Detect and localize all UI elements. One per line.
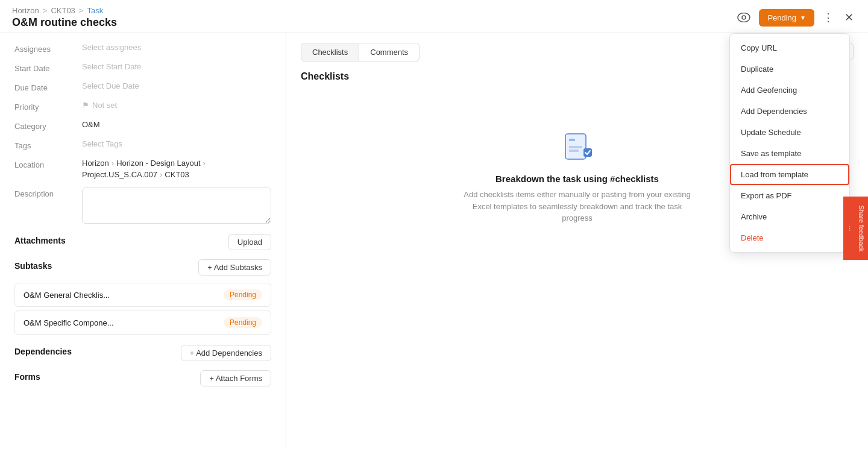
menu-export-pdf[interactable]: Export as PDF — [730, 185, 849, 206]
feedback-label: Share feedback — [858, 205, 865, 251]
pending-label: Pending — [767, 13, 796, 22]
attachments-section-header: Attachments Upload — [14, 232, 271, 251]
location-value: Horizon › Horizon - Design Layout › Proj… — [82, 159, 271, 179]
category-label: Category — [14, 120, 75, 131]
priority-label: Priority — [14, 101, 75, 112]
menu-add-geofencing[interactable]: Add Geofencing — [730, 80, 849, 101]
tab-comments[interactable]: Comments — [359, 43, 420, 61]
breadcrumb: Horizon > CKT03 > Task — [12, 6, 117, 15]
menu-duplicate[interactable]: Duplicate — [730, 58, 849, 80]
location-part-1[interactable]: Horizon — [82, 159, 109, 168]
subtasks-section-header: Subtasks + Add Subtasks — [14, 257, 271, 277]
tags-field: Tags Select Tags — [14, 139, 271, 150]
dependencies-section-header: Dependencies + Add Dependencies — [14, 343, 271, 362]
svg-rect-3 — [569, 146, 582, 148]
feedback-ellipsis: ... — [848, 225, 855, 231]
add-dependencies-button[interactable]: + Add Dependencies — [181, 345, 271, 361]
upload-button[interactable]: Upload — [228, 234, 271, 250]
menu-copy-url[interactable]: Copy URL — [730, 37, 849, 58]
header-left: Horizon > CKT03 > Task O&M routine check… — [12, 6, 117, 29]
attach-forms-button[interactable]: + Attach Forms — [200, 370, 271, 386]
dependencies-title: Dependencies — [14, 347, 72, 356]
dropdown-menu: Copy URL Duplicate Add Geofencing Add De… — [729, 33, 850, 253]
category-value[interactable]: O&M — [82, 120, 271, 129]
subtask-status-2: Pending — [224, 317, 262, 328]
eye-icon — [737, 13, 750, 22]
subtask-item-2[interactable]: O&M Specific Compone... Pending — [14, 310, 271, 335]
subtask-list: O&M General Checklis... Pending O&M Spec… — [14, 283, 271, 335]
page-title: O&M routine checks — [12, 16, 117, 29]
svg-rect-4 — [569, 150, 579, 152]
assignees-value[interactable]: Select assignees — [82, 43, 271, 52]
assignees-field: Assignees Select assignees — [14, 43, 271, 54]
flag-icon: ⚑ — [82, 101, 89, 110]
attachments-title: Attachments — [14, 236, 66, 245]
location-sep-1: › — [112, 159, 114, 168]
location-sep-3: › — [160, 170, 162, 179]
tags-label: Tags — [14, 139, 75, 150]
menu-save-template[interactable]: Save as template — [730, 143, 849, 164]
location-field: Location Horizon › Horizon - Design Layo… — [14, 159, 271, 179]
forms-section-header: Forms + Attach Forms — [14, 368, 271, 388]
tab-checklists[interactable]: Checklists — [301, 43, 359, 61]
subtask-item-1[interactable]: O&M General Checklis... Pending — [14, 283, 271, 307]
empty-title: Breakdown the task using #checklists — [495, 174, 659, 184]
subtask-name-1: O&M General Checklis... — [24, 291, 110, 300]
description-input[interactable] — [82, 188, 271, 224]
subtask-status-1: Pending — [224, 289, 262, 300]
location-part-4[interactable]: CKT03 — [165, 170, 189, 179]
menu-archive[interactable]: Archive — [730, 206, 849, 227]
checklist-icon — [561, 130, 594, 164]
location-label: Location — [14, 159, 75, 169]
svg-point-1 — [742, 16, 746, 19]
tags-value[interactable]: Select Tags — [82, 139, 271, 148]
location-sep-2: › — [203, 159, 206, 168]
feedback-tab[interactable]: ✏ Share feedback ... — [843, 197, 868, 260]
empty-desc: Add checklists items either manually or … — [457, 189, 698, 224]
left-panel: Assignees Select assignees Start Date Se… — [0, 33, 286, 449]
category-field: Category O&M — [14, 120, 271, 131]
start-date-label: Start Date — [14, 62, 75, 73]
svg-rect-6 — [569, 139, 575, 141]
forms-title: Forms — [14, 372, 40, 382]
description-field: Description — [14, 188, 271, 224]
assignees-label: Assignees — [14, 43, 75, 54]
menu-update-schedule[interactable]: Update Schedule — [730, 122, 849, 143]
menu-add-dependencies[interactable]: Add Dependencies — [730, 101, 849, 122]
breadcrumb-task[interactable]: Task — [87, 6, 103, 15]
breadcrumb-horizon[interactable]: Horizon — [12, 6, 39, 15]
pending-button[interactable]: Pending ▼ — [759, 9, 814, 27]
breadcrumb-ckt03[interactable]: CKT03 — [51, 6, 75, 15]
menu-delete[interactable]: Delete — [730, 227, 849, 248]
close-button[interactable]: ✕ — [842, 8, 856, 27]
priority-field: Priority ⚑ Not set — [14, 101, 271, 112]
subtasks-title: Subtasks — [14, 261, 52, 271]
start-date-field: Start Date Select Start Date — [14, 62, 271, 73]
page-header: Horizon > CKT03 > Task O&M routine check… — [0, 0, 868, 33]
header-right: Pending ▼ ⋮ ✕ — [735, 8, 856, 27]
priority-value[interactable]: ⚑ Not set — [82, 101, 117, 110]
svg-point-0 — [738, 13, 750, 22]
location-part-2[interactable]: Horizon - Design Layout — [116, 159, 200, 168]
eye-button[interactable] — [735, 10, 753, 25]
description-label: Description — [14, 188, 75, 198]
menu-load-template[interactable]: Load from template — [730, 164, 849, 185]
location-part-3[interactable]: Project.US_S.CA.007 — [82, 170, 157, 179]
subtask-name-2: O&M Specific Compone... — [24, 318, 114, 327]
start-date-value[interactable]: Select Start Date — [82, 62, 271, 71]
add-subtasks-button[interactable]: + Add Subtasks — [198, 259, 271, 276]
chevron-down-icon: ▼ — [800, 14, 806, 21]
due-date-label: Due Date — [14, 81, 75, 92]
due-date-value[interactable]: Select Due Date — [82, 81, 271, 90]
priority-text: Not set — [92, 101, 117, 110]
more-options-button[interactable]: ⋮ — [820, 8, 836, 27]
breadcrumb-sep-1: > — [43, 6, 48, 15]
breadcrumb-sep-2: > — [79, 6, 84, 15]
due-date-field: Due Date Select Due Date — [14, 81, 271, 92]
